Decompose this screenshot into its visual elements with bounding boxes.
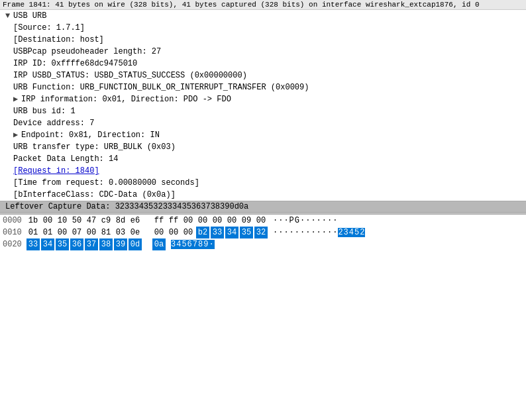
hex-row-0010: 0010 01 01 00 07 00 81 03 0e 00 00 00 b2…: [0, 227, 526, 238]
expand-endpoint-icon[interactable]: ▶: [13, 130, 21, 140]
tree-item-busid-text: URB bus id: 1: [13, 106, 76, 117]
hex-offset-0020: 0020: [3, 238, 26, 250]
hb-10-5: 81: [99, 227, 113, 238]
tree-item-timerequest-text: [Time from request: 0.00080000 seconds]: [13, 178, 199, 188]
leftover-text: Leftover Capture Data: 32333435323334353…: [5, 202, 248, 211]
tree-item-dest-text: [Destination: host]: [13, 34, 104, 45]
frame-info-bar: Frame 1841: 41 bytes on wire (328 bits),…: [0, 0, 526, 10]
tree-item-irpstatus: IRP USBD_STATUS: USBD_STATUS_SUCCESS (0x…: [0, 70, 526, 81]
tree-item-source-text: [Source: 1.7.1]: [13, 23, 85, 33]
tree-root[interactable]: ▼ USB URB: [0, 10, 526, 22]
hb-10-11: b2: [196, 227, 209, 238]
hb-10-0: 01: [26, 227, 40, 238]
tree-item-ifaceclass: [bInterfaceClass: CDC-Data (0x0a)]: [0, 189, 526, 201]
main-container: Frame 1841: 41 bytes on wire (328 bits),…: [0, 0, 526, 420]
hb-20-4: 37: [85, 238, 98, 250]
tree-item-transfertype-text: URB transfer type: URB_BULK (0x03): [13, 142, 176, 152]
hb-00-2: 10: [56, 215, 69, 227]
hb-00-6: 8d: [114, 215, 127, 227]
tree-item-pktlen-text: Packet Data Length: 14: [13, 154, 118, 164]
hb-00-3: 50: [70, 215, 83, 227]
leftover-bar: Leftover Capture Data: 32333435323334353…: [0, 201, 526, 212]
hb-00-9: ff: [167, 215, 180, 227]
hb-00-14: 09: [240, 215, 253, 227]
hb-00-10: 00: [182, 215, 195, 227]
hb-10-13: 34: [225, 227, 238, 238]
hb-00-5: c9: [99, 215, 113, 227]
tree-item-pseudoheader-text: USBPcap pseudoheader length: 27: [13, 46, 161, 57]
hb-10-2: 00: [56, 227, 69, 238]
hb-10-7: 0e: [129, 227, 142, 238]
hb-20-0: 33: [26, 238, 40, 250]
hex-dump-section: 0000 1b 00 10 50 47 c9 8d e6 ff ff 00 00…: [0, 215, 526, 250]
hb-00-12: 00: [211, 215, 224, 227]
hb-00-0: 1b: [26, 215, 40, 227]
hb-20-7: 0d: [129, 238, 142, 250]
hb-20-6: 39: [114, 238, 127, 250]
hb-00-1: 00: [41, 215, 54, 227]
hex-row-0000: 0000 1b 00 10 50 47 c9 8d e6 ff ff 00 00…: [0, 215, 526, 227]
packet-tree-section: ▼ USB URB [Source: 1.7.1] [Destination: …: [0, 10, 526, 201]
hb-00-7: e6: [129, 215, 142, 227]
ascii-0010-h: 23452: [338, 228, 365, 237]
tree-item-irpinfo[interactable]: ▶ IRP information: 0x01, Direction: PDO …: [0, 93, 526, 105]
ascii-0020: 3456789·: [171, 238, 215, 250]
tree-item-pseudoheader: USBPcap pseudoheader length: 27: [0, 46, 526, 58]
tree-item-urbfunc-text: URB Function: URB_FUNCTION_BULK_OR_INTER…: [13, 82, 309, 93]
tree-root-label: USB URB: [13, 11, 46, 21]
hb-10-10: 00: [182, 227, 195, 238]
expand-irpinfo-icon[interactable]: ▶: [13, 94, 21, 105]
ascii-0000: ···PG·······: [273, 215, 338, 227]
tree-item-pktlen: Packet Data Length: 14: [0, 153, 526, 165]
hb-10-6: 03: [114, 227, 127, 238]
hex-gap-0000: [143, 215, 151, 227]
hex-gap-0010: [143, 227, 151, 238]
ascii-0010: ············23452: [273, 227, 365, 238]
hb-20-2: 35: [56, 238, 69, 250]
tree-item-irpstatus-text: IRP USBD_STATUS: USBD_STATUS_SUCCESS (0x…: [13, 70, 247, 81]
tree-item-devaddr: Device address: 7: [0, 117, 526, 129]
hex-offset-0000: 0000: [3, 215, 26, 227]
hb-00-4: 47: [85, 215, 98, 227]
hb-10-3: 07: [70, 227, 83, 238]
tree-item-transfertype: URB transfer type: URB_BULK (0x03): [0, 141, 526, 153]
tree-item-urbfunc: URB Function: URB_FUNCTION_BULK_OR_INTER…: [0, 81, 526, 93]
hex-bytes-0020: 33 34 35 36 37 38 39 0d 0a: [26, 238, 166, 250]
hb-10-9: 00: [167, 227, 180, 238]
tree-item-busid: URB bus id: 1: [0, 105, 526, 117]
tree-item-devaddr-text: Device address: 7: [13, 118, 94, 129]
hb-00-8: ff: [152, 215, 166, 227]
hb-00-13: 00: [225, 215, 238, 227]
tree-item-endpoint-text: Endpoint: 0x81, Direction: IN: [21, 130, 160, 140]
hb-10-1: 01: [41, 227, 54, 238]
hb-20-3: 36: [70, 238, 83, 250]
hb-20-1: 34: [41, 238, 54, 250]
hex-offset-0010: 0010: [3, 227, 26, 238]
tree-item-requestin[interactable]: [Request in: 1840]: [0, 165, 526, 177]
hex-bytes-0000: 1b 00 10 50 47 c9 8d e6 ff ff 00 00 00 0…: [26, 215, 268, 227]
hb-00-15: 00: [254, 215, 268, 227]
tree-item-dest: [Destination: host]: [0, 34, 526, 46]
tree-item-irpid-text: IRP ID: 0xffffe68dc9475010: [13, 58, 137, 69]
tree-item-timerequest: [Time from request: 0.00080000 seconds]: [0, 177, 526, 189]
hex-bytes-0010: 01 01 00 07 00 81 03 0e 00 00 00 b2 33 3…: [26, 227, 268, 238]
tree-item-requestin-link[interactable]: [Request in: 1840]: [13, 166, 99, 176]
hb-10-4: 00: [85, 227, 98, 238]
hb-10-12: 33: [211, 227, 224, 238]
hb-20-5: 38: [99, 238, 113, 250]
expand-icon[interactable]: ▼: [5, 11, 13, 21]
hb-20-8: 0a: [152, 238, 166, 250]
ascii-0020-h: 3456789·: [171, 240, 215, 249]
tree-item-ifaceclass-text: [bInterfaceClass: CDC-Data (0x0a)]: [13, 189, 176, 200]
hex-gap-0020: [143, 238, 151, 250]
tree-item-irpinfo-text: IRP information: 0x01, Direction: PDO ->…: [21, 94, 231, 105]
hb-10-8: 00: [152, 227, 166, 238]
tree-item-irpid: IRP ID: 0xffffe68dc9475010: [0, 58, 526, 70]
hb-00-11: 00: [196, 215, 209, 227]
hex-row-0020: 0020 33 34 35 36 37 38 39 0d 0a 3456789·: [0, 238, 526, 250]
tree-item-endpoint[interactable]: ▶ Endpoint: 0x81, Direction: IN: [0, 129, 526, 141]
hb-10-14: 35: [240, 227, 253, 238]
frame-info-text: Frame 1841: 41 bytes on wire (328 bits),…: [3, 1, 480, 9]
tree-item-source: [Source: 1.7.1]: [0, 22, 526, 34]
hb-10-15: 32: [254, 227, 268, 238]
